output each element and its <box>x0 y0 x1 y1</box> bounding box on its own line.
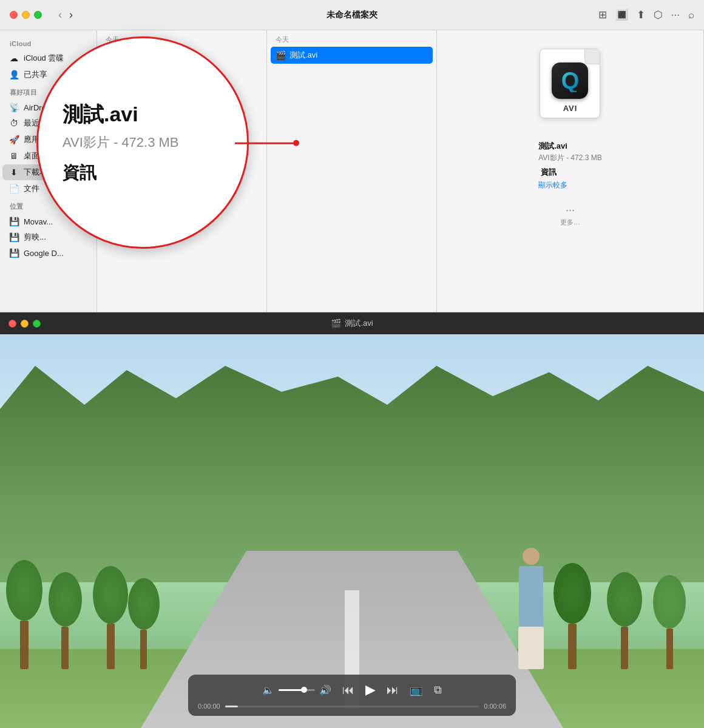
sidebar-item-downloads[interactable]: ⬇ 下載項目 <box>2 164 94 180</box>
controls-row-main: 🔈 🔊 ⏮ ▶ ⏭ 📺 ⧉ <box>198 681 506 699</box>
finder-titlebar: ‹ › 未命名檔案夾 ⊞ 🔳 ⬆ ⬡ ··· ⌕ <box>0 0 704 30</box>
rewind-button[interactable]: ⏮ <box>341 682 356 698</box>
forward-button[interactable]: › <box>66 7 76 22</box>
sidebar-item-googledrive[interactable]: 💾 Google D... <box>2 246 94 260</box>
view-columns-icon[interactable]: ⊞ <box>598 8 607 21</box>
person-head <box>523 548 540 565</box>
preview-icon-area: Q AVI 測試.avi AVI影片 - 472.3 MB 資訊 顯示較多 ··… <box>533 49 606 227</box>
person-body <box>519 566 543 627</box>
columns-area: 今天 📁 100... 今天 🎬 測試.avi <box>97 30 704 312</box>
view-options-icon[interactable]: 🔳 <box>615 8 628 21</box>
col2-item-avi[interactable]: 🎬 測試.avi <box>271 47 433 64</box>
search-icon[interactable]: ⌕ <box>688 9 694 21</box>
volume-thumb[interactable] <box>301 687 307 693</box>
close-button[interactable] <box>10 11 18 19</box>
recents-icon: ⏱ <box>8 118 19 128</box>
preview-more-text[interactable]: 更多… <box>560 218 580 227</box>
progress-bar[interactable] <box>225 706 479 707</box>
airplay-button[interactable]: 📺 <box>408 682 424 698</box>
volume-high-button[interactable]: 🔊 <box>318 683 333 697</box>
volume-fill <box>279 689 304 691</box>
icloud-drive-icon: ☁ <box>8 53 19 63</box>
maximize-button[interactable] <box>34 11 42 19</box>
sidebar-item-desktop[interactable]: 🖥 桌面 <box>2 148 94 164</box>
back-button[interactable]: ‹ <box>55 7 65 22</box>
sidebar-label-shared: 已共享 <box>24 69 47 80</box>
progress-row: 0:00:00 0:00:06 <box>198 703 506 710</box>
sidebar-label-apps: 應用程式 <box>24 134 55 145</box>
jianying-drive-icon: 💾 <box>8 232 19 242</box>
tag-icon[interactable]: ⬡ <box>654 8 663 21</box>
quicktime-badge: Q <box>552 62 588 99</box>
shared-icon: 👤 <box>8 70 19 79</box>
file-type-label: AVI <box>563 104 578 113</box>
player-traffic-lights <box>8 320 41 328</box>
sidebar-section-icloud: iCloud <box>0 35 96 50</box>
volume-control: 🔈 🔊 <box>261 683 333 697</box>
avi-file-icon: 🎬 <box>276 50 286 60</box>
airdrop-icon: 📡 <box>8 103 19 112</box>
scene-person <box>513 548 549 669</box>
player-controls: 🔈 🔊 ⏮ ▶ ⏭ 📺 ⧉ <box>188 675 516 716</box>
sidebar-label-movav: Movav... <box>24 217 53 226</box>
preview-column: Q AVI 測試.avi AVI影片 - 472.3 MB 資訊 顯示較多 ··… <box>437 30 704 312</box>
video-area[interactable]: 🔈 🔊 ⏮ ▶ ⏭ 📺 ⧉ <box>0 334 704 728</box>
player-close-button[interactable] <box>8 320 16 328</box>
preview-filename: 測試.avi <box>538 141 601 152</box>
sidebar-section-locations: 位置 <box>0 197 96 214</box>
player-maximize-button[interactable] <box>33 320 41 328</box>
preview-show-more[interactable]: 顯示較多 <box>538 180 601 190</box>
avi-icon-wrap: Q AVI <box>533 49 606 127</box>
traffic-lights <box>10 11 42 19</box>
player-minimize-button[interactable] <box>21 320 29 328</box>
player-window: 🎬 測試.avi <box>0 312 704 728</box>
person-pants <box>518 627 544 669</box>
preview-more-dots[interactable]: ··· <box>566 204 575 217</box>
nav-arrows: ‹ › <box>55 7 76 22</box>
sidebar-label-jianying: 剪映... <box>24 232 46 243</box>
volume-slider[interactable] <box>279 689 315 691</box>
finder-body: iCloud ☁ iCloud 雲碟 👤 已共享 喜好項目 📡 AirDrop … <box>0 30 704 312</box>
finder-window: ‹ › 未命名檔案夾 ⊞ 🔳 ⬆ ⬡ ··· ⌕ iCloud ☁ iCloud… <box>0 0 704 312</box>
col1-section-header: 今天 <box>97 30 266 47</box>
googledrive-icon: 💾 <box>8 248 19 258</box>
minimize-button[interactable] <box>22 11 30 19</box>
apps-icon: 🚀 <box>8 135 19 144</box>
column-2: 今天 🎬 測試.avi <box>267 30 437 312</box>
play-pause-button[interactable]: ▶ <box>364 681 377 699</box>
video-scene <box>0 334 704 728</box>
sidebar-item-jianying[interactable]: 💾 剪映... <box>2 229 94 245</box>
col1-item-label: 100... <box>120 50 140 59</box>
documents-icon: 📄 <box>8 184 19 194</box>
sidebar-item-documents[interactable]: 📄 文件 <box>2 181 94 197</box>
sidebar-item-shared[interactable]: 👤 已共享 <box>2 67 94 83</box>
fast-forward-button[interactable]: ⏭ <box>385 682 400 698</box>
toolbar-right: ⊞ 🔳 ⬆ ⬡ ··· ⌕ <box>598 8 694 21</box>
sidebar-item-airdrop[interactable]: 📡 AirDrop <box>2 100 94 115</box>
more-icon[interactable]: ··· <box>671 9 680 21</box>
preview-info-label: 資訊 <box>538 167 601 178</box>
player-titlebar: 🎬 測試.avi <box>0 312 704 334</box>
sidebar-label-documents: 文件 <box>24 183 39 194</box>
pip-button[interactable]: ⧉ <box>433 682 443 698</box>
sidebar-label-icloud-drive: iCloud 雲碟 <box>24 53 64 64</box>
share-icon[interactable]: ⬆ <box>637 8 645 21</box>
time-total: 0:00:06 <box>484 703 506 710</box>
scene-trees-left <box>0 433 176 669</box>
sidebar-item-recents[interactable]: ⏱ 最近項目 <box>2 115 94 131</box>
progress-fill <box>225 706 238 707</box>
movav-drive-icon: 💾 <box>8 217 19 226</box>
player-title-icon: 🎬 <box>331 318 341 328</box>
volume-icon-button[interactable]: 🔈 <box>261 683 276 697</box>
preview-filetype: AVI影片 - 472.3 MB <box>538 153 601 163</box>
sidebar-label-downloads: 下載項目 <box>24 167 55 178</box>
col1-item-folder[interactable]: 📁 100... <box>97 47 266 62</box>
sidebar-label-googledrive: Google D... <box>24 249 64 258</box>
sidebar-item-apps[interactable]: 🚀 應用程式 <box>2 132 94 147</box>
sidebar-label-desktop: 桌面 <box>24 150 39 161</box>
time-current: 0:00:00 <box>198 703 220 710</box>
sidebar-item-movav[interactable]: 💾 Movav... <box>2 214 94 229</box>
desktop-icon: 🖥 <box>8 151 19 161</box>
sidebar-item-icloud-drive[interactable]: ☁ iCloud 雲碟 <box>2 50 94 66</box>
sidebar: iCloud ☁ iCloud 雲碟 👤 已共享 喜好項目 📡 AirDrop … <box>0 30 97 312</box>
